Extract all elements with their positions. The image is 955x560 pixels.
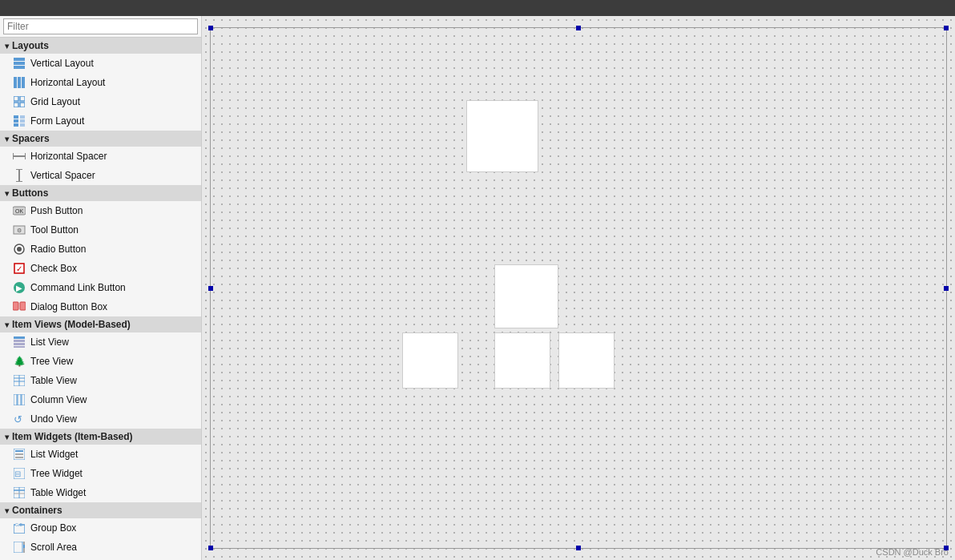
horizontal-spacer-icon	[13, 150, 26, 163]
list-widget-icon	[13, 448, 26, 461]
main-container: LayoutsVertical LayoutHorizontal LayoutG…	[0, 16, 955, 560]
sidebar-item-label: Tree View	[30, 353, 73, 369]
sidebar-item-label: Push Button	[30, 203, 83, 219]
sidebar-item-form-layout[interactable]: Form Layout	[0, 111, 201, 131]
canvas-widget-w4[interactable]	[494, 332, 550, 389]
svg-text:OK: OK	[15, 208, 23, 214]
svg-text:↺: ↺	[14, 413, 22, 425]
svg-rect-45	[22, 394, 25, 405]
svg-rect-33	[20, 302, 26, 310]
check-box-icon: ✓	[13, 262, 26, 275]
sidebar-item-label: Form Layout	[30, 113, 84, 129]
group-box-icon: GrB	[13, 522, 26, 534]
sidebar-item-command-link-button[interactable]: ▶Command Link Button	[0, 278, 201, 297]
sidebar-item-label: Grid Layout	[30, 94, 80, 110]
sidebar-item-label: Table Widget	[30, 485, 86, 501]
svg-rect-1	[14, 62, 25, 65]
sidebar-item-label: Vertical Spacer	[30, 167, 95, 183]
svg-rect-35	[14, 340, 25, 342]
sidebar-item-vertical-spacer[interactable]: Vertical Spacer	[0, 166, 201, 185]
canvas-widget-w5[interactable]	[558, 332, 615, 389]
scroll-area-icon	[13, 541, 26, 554]
table-widget-icon	[13, 486, 26, 499]
handle-tr[interactable]	[944, 26, 949, 30]
sidebar-item-tree-view[interactable]: 🌲Tree View	[0, 352, 201, 371]
svg-rect-36	[14, 343, 25, 345]
sidebar-item-label: Group Box	[30, 520, 76, 536]
sidebar-item-label: Horizontal Layout	[30, 75, 105, 91]
sidebar-item-check-box[interactable]: ✓Check Box	[0, 259, 201, 278]
category-header-spacers[interactable]: Spacers	[0, 131, 201, 147]
handle-bl[interactable]	[208, 546, 213, 550]
svg-rect-3	[14, 77, 17, 88]
svg-rect-2	[14, 66, 25, 69]
column-view-icon	[13, 393, 26, 406]
svg-rect-10	[14, 115, 18, 119]
svg-rect-60	[14, 542, 22, 553]
handle-tl[interactable]	[208, 26, 213, 30]
svg-rect-14	[14, 123, 18, 127]
sidebar-item-group-box[interactable]: GrBGroup Box	[0, 518, 201, 538]
category-header-item-views-model-based-[interactable]: Item Views (Model-Based)	[0, 316, 201, 332]
sidebar-item-horizontal-spacer[interactable]: Horizontal Spacer	[0, 147, 201, 166]
handle-ml[interactable]	[208, 286, 213, 291]
sidebar-item-radio-button[interactable]: Radio Button	[0, 240, 201, 259]
svg-text:⚙: ⚙	[17, 228, 22, 233]
sidebar-item-dialog-button-box[interactable]: Dialog Button Box	[0, 297, 201, 316]
svg-rect-9	[20, 103, 25, 107]
sidebar-item-label: Dialog Button Box	[30, 299, 107, 315]
svg-rect-11	[20, 115, 25, 119]
svg-rect-12	[14, 119, 18, 123]
sidebar-item-label: Table View	[30, 373, 77, 389]
table-view-icon	[13, 374, 26, 387]
sidebar-item-label: Scroll Area	[30, 539, 77, 555]
category-header-containers[interactable]: Containers	[0, 502, 201, 518]
sidebar-item-horizontal-layout[interactable]: Horizontal Layout	[0, 73, 201, 92]
svg-rect-4	[18, 77, 21, 88]
handle-bm[interactable]	[576, 546, 581, 550]
list-view-icon	[13, 336, 26, 348]
sidebar-item-table-widget[interactable]: Table Widget	[0, 483, 201, 502]
svg-point-27	[17, 247, 22, 252]
sidebar-item-tree-widget[interactable]: ⊟Tree Widget	[0, 464, 201, 483]
sidebar-item-table-view[interactable]: Table View	[0, 371, 201, 390]
canvas-area[interactable]: CSDN @Duck Bro	[202, 16, 955, 560]
svg-rect-62	[23, 545, 25, 548]
sidebar-item-column-view[interactable]: Column View	[0, 390, 201, 409]
svg-rect-0	[14, 58, 25, 61]
filter-input[interactable]	[3, 18, 198, 34]
tool-button-icon: ⚙	[13, 224, 26, 236]
sidebar-item-label: List View	[30, 334, 69, 350]
canvas-frame[interactable]	[210, 27, 947, 549]
category-header-item-widgets-item-based-[interactable]: Item Widgets (Item-Based)	[0, 429, 201, 445]
sidebar-item-scroll-area[interactable]: Scroll Area	[0, 538, 201, 557]
svg-rect-43	[14, 394, 17, 405]
radio-button-icon	[13, 243, 26, 256]
category-header-buttons[interactable]: Buttons	[0, 185, 201, 201]
canvas-widget-w1[interactable]	[466, 100, 538, 172]
horizontal-layout-icon	[13, 76, 26, 89]
svg-rect-13	[20, 119, 25, 123]
sidebar-item-list-view[interactable]: List View	[0, 332, 201, 352]
vertical-layout-icon	[13, 57, 26, 70]
svg-rect-6	[14, 96, 18, 101]
form-layout-icon	[13, 115, 26, 127]
sidebar-item-label: Vertical Layout	[30, 55, 94, 71]
category-header-layouts[interactable]: Layouts	[0, 38, 201, 54]
canvas-widget-w2[interactable]	[494, 264, 558, 328]
sidebar-item-label: Horizontal Spacer	[30, 148, 107, 164]
sidebar-item-push-button[interactable]: OKPush Button	[0, 201, 201, 220]
sidebar-item-grid-layout[interactable]: Grid Layout	[0, 92, 201, 111]
sidebar-item-label: Undo View	[30, 411, 77, 427]
canvas-widget-w3[interactable]	[402, 332, 458, 389]
handle-mr[interactable]	[944, 286, 949, 291]
svg-text:GrB: GrB	[15, 522, 23, 527]
handle-tm[interactable]	[576, 26, 581, 30]
sidebar-item-list-widget[interactable]: List Widget	[0, 445, 201, 464]
sidebar: LayoutsVertical LayoutHorizontal LayoutG…	[0, 16, 202, 560]
svg-rect-48	[15, 450, 23, 452]
sidebar-item-vertical-layout[interactable]: Vertical Layout	[0, 54, 201, 73]
top-bar	[0, 0, 955, 16]
sidebar-item-tool-button[interactable]: ⚙Tool Button	[0, 220, 201, 240]
sidebar-item-undo-view[interactable]: ↺Undo View	[0, 409, 201, 429]
